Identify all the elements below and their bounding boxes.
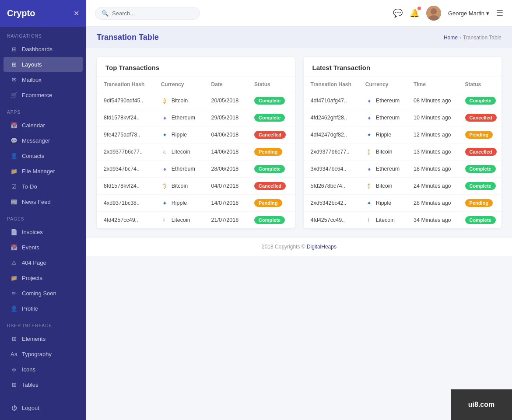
sidebar-item-profile[interactable]: 👤Profile bbox=[4, 301, 83, 316]
footer-link[interactable]: DigitalHeaps bbox=[307, 244, 337, 250]
table-row: 2xd9377b6c77..₿Bitcoin13 Minutes agoCanc… bbox=[304, 144, 502, 161]
sidebar-item-messanger[interactable]: 💬Messanger bbox=[4, 133, 83, 148]
breadcrumb-current: Transation Table bbox=[463, 35, 501, 41]
sidebar-item-typography[interactable]: AaTypography bbox=[4, 346, 83, 361]
user-name[interactable]: George Martin ▾ bbox=[448, 10, 489, 17]
sidebar-item-dashboards[interactable]: ⊞Dashboards bbox=[4, 42, 83, 56]
currency-icon: ✦ bbox=[161, 199, 169, 207]
currency-name: Ripple bbox=[376, 132, 391, 138]
search-box[interactable]: 🔍 bbox=[95, 7, 200, 20]
currency-name: Litecoin bbox=[172, 217, 190, 223]
table-row: 4df4247dgf82..✦Ripple12 Minutes agoPendi… bbox=[304, 126, 502, 144]
cell-date: 14/07/2018 bbox=[204, 195, 248, 212]
cell-status: Cancelled bbox=[247, 126, 295, 144]
breadcrumb-home[interactable]: Home bbox=[444, 35, 458, 41]
currency-name: Bitcoin bbox=[376, 149, 393, 155]
sidebar: Crypto ✕ NAVIGATIONS⊞Dashboards⊞Layouts✉… bbox=[0, 0, 86, 420]
sidebar-item-elements[interactable]: ⊞Elements bbox=[4, 331, 83, 346]
search-icon: 🔍 bbox=[102, 10, 109, 17]
table-row: 4xd9371bc38..✦Ripple14/07/2018Pending bbox=[97, 195, 295, 212]
currency-name: Litecoin bbox=[172, 149, 190, 155]
sidebar-item-label: File Manager bbox=[22, 168, 55, 175]
cell-currency: ✦Ripple bbox=[358, 195, 407, 212]
cell-status: Complete bbox=[247, 109, 295, 126]
notification-icon[interactable]: 🔔 bbox=[410, 8, 419, 18]
footer: 2018 Copyrights © DigitalHeaps bbox=[86, 237, 512, 256]
cell-status: Pending bbox=[247, 144, 295, 161]
cell-hash: 9fe4275adf78.. bbox=[97, 126, 154, 144]
col-status: Status bbox=[458, 77, 501, 92]
sidebar-item-file-manager[interactable]: 📁File Manager bbox=[4, 164, 83, 178]
cell-time: 28 Minutes ago bbox=[407, 195, 458, 212]
sidebar-item-calendar[interactable]: 📅Calendar bbox=[4, 118, 83, 133]
sidebar-item-icons[interactable]: ☺Icons bbox=[4, 362, 83, 377]
avatar bbox=[426, 6, 441, 21]
cell-time: 08 Minutes ago bbox=[407, 92, 458, 109]
sidebar-item-mailbox[interactable]: ✉Mailbox bbox=[4, 72, 83, 87]
profile-icon: 👤 bbox=[11, 305, 18, 312]
status-badge: Complete bbox=[254, 165, 285, 173]
sidebar-item-label: Typography bbox=[22, 351, 52, 357]
sidebar-item-ecommerce[interactable]: 🛒Ecommerce bbox=[4, 88, 83, 102]
status-badge: Complete bbox=[465, 182, 496, 190]
sidebar-item-label: Projects bbox=[22, 275, 42, 281]
sidebar-item-invoices[interactable]: 📄Invoices bbox=[4, 224, 83, 239]
cell-hash: 3xd9347bc64.. bbox=[304, 161, 358, 178]
status-badge: Pending bbox=[254, 148, 282, 156]
currency-name: Ripple bbox=[172, 200, 187, 206]
currency-icon: ♦ bbox=[365, 114, 373, 122]
sidebar-item-events[interactable]: 📅Events bbox=[4, 240, 83, 255]
invoices-icon: 📄 bbox=[11, 228, 18, 235]
sidebar-item-coming-soon[interactable]: ✏Coming Soon bbox=[4, 286, 83, 301]
table-row: 3xd9347bc64..♦Ethereum18 Minutes agoComp… bbox=[304, 161, 502, 178]
cell-date: 14/06/2018 bbox=[204, 144, 248, 161]
currency-icon: ♦ bbox=[365, 97, 373, 105]
table-row: 8fd1578kvf24..₿Bitcoin04/07/2018Cancelle… bbox=[97, 178, 295, 195]
sidebar-item-logout[interactable]: ⏻ Logout bbox=[4, 400, 83, 415]
currency-icon: ♦ bbox=[365, 165, 373, 173]
table-row: 5fd2678bc74..₿Bitcoin24 Minutes agoCompl… bbox=[304, 178, 502, 195]
cell-currency: ŁLitecoin bbox=[154, 212, 204, 229]
sidebar-nav: NAVIGATIONS⊞Dashboards⊞Layouts✉Mailbox🛒E… bbox=[0, 27, 86, 392]
status-badge: Pending bbox=[465, 199, 493, 207]
breadcrumb: Home › Transation Table bbox=[444, 35, 501, 41]
cell-status: Complete bbox=[247, 212, 295, 229]
dashboards-icon: ⊞ bbox=[11, 46, 18, 52]
table-row: 2xd5342bc42..✦Ripple28 Minutes agoPendin… bbox=[304, 195, 502, 212]
sidebar-item-label: Profile bbox=[22, 305, 38, 312]
page-header: Transation Table Home › Transation Table bbox=[86, 27, 512, 48]
sidebar-section-label: NAVIGATIONS bbox=[0, 27, 86, 41]
hamburger-icon[interactable]: ☰ bbox=[496, 8, 503, 18]
sidebar-close-button[interactable]: ✕ bbox=[74, 9, 79, 18]
table-row: 2xd9377b6c77..ŁLitecoin14/06/2018Pending bbox=[97, 144, 295, 161]
table-row: 8fd1578kvf24..♦Ethereum29/05/2018Complet… bbox=[97, 109, 295, 126]
sidebar-item-contacts[interactable]: 👤Contacts bbox=[4, 148, 83, 163]
sidebar-item-404-page[interactable]: ⚠404 Page bbox=[4, 255, 83, 270]
sidebar-item-layouts[interactable]: ⊞Layouts bbox=[4, 57, 83, 72]
search-input[interactable] bbox=[112, 10, 191, 17]
layouts-icon: ⊞ bbox=[11, 61, 18, 68]
sidebar-header: Crypto ✕ bbox=[0, 0, 86, 27]
cell-currency: ♦Ethereum bbox=[358, 161, 407, 178]
sidebar-item-label: Invoices bbox=[22, 229, 43, 235]
sidebar-item-news-feed[interactable]: 📰News Feed bbox=[4, 194, 83, 209]
sidebar-item-label: To-Do bbox=[22, 183, 37, 190]
sidebar-item-projects[interactable]: 📁Projects bbox=[4, 270, 83, 285]
table-row: 9df54790adf45..₿Bitcoin20/05/2018Complet… bbox=[97, 92, 295, 109]
tables-section: Top Transactions Transation Hash Currenc… bbox=[86, 48, 512, 237]
currency-icon: ✦ bbox=[365, 131, 373, 139]
chat-icon[interactable]: 💬 bbox=[393, 8, 403, 18]
currency-name: Ethereum bbox=[172, 166, 195, 172]
cell-date: 29/05/2018 bbox=[204, 109, 248, 126]
cell-time: 10 Minutes ago bbox=[407, 109, 458, 126]
cell-time: 24 Minutes ago bbox=[407, 178, 458, 195]
cell-currency: ₿Bitcoin bbox=[358, 144, 407, 161]
cell-status: Complete bbox=[458, 92, 501, 109]
top-transactions-header-row: Transation Hash Currency Date Status bbox=[97, 77, 295, 92]
sidebar-item-to-do[interactable]: ☑To-Do bbox=[4, 179, 83, 194]
table-row: 4df4710afg47..♦Ethereum08 Minutes agoCom… bbox=[304, 92, 502, 109]
sidebar-item-label: Mailbox bbox=[22, 77, 42, 83]
sidebar-item-label: Logout bbox=[22, 405, 39, 411]
sidebar-item-tables[interactable]: ⊞Tables bbox=[4, 377, 83, 392]
cell-status: Complete bbox=[458, 161, 501, 178]
